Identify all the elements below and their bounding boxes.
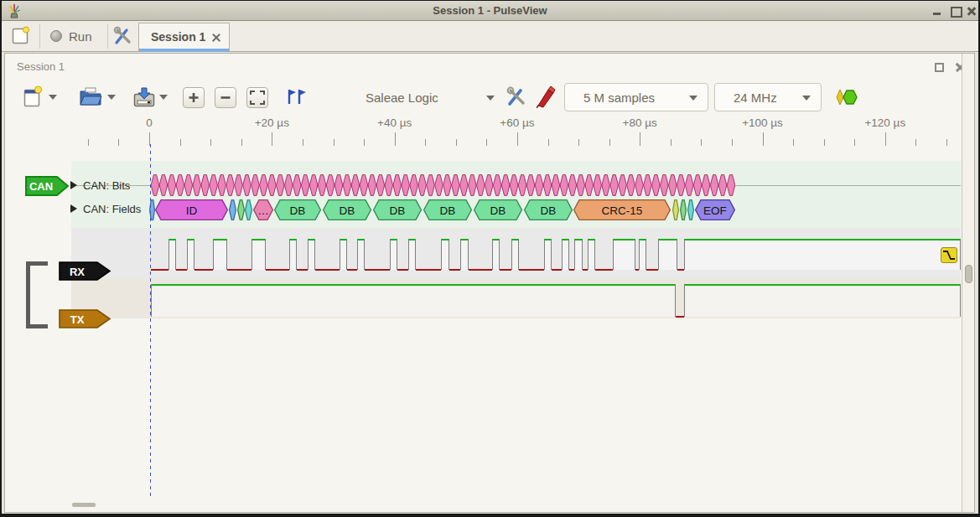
can-bit-annotation — [176, 175, 184, 196]
decoder-field-label: DB — [490, 204, 506, 217]
maximize-icon[interactable] — [950, 5, 962, 17]
open-dropdown-icon[interactable] — [107, 95, 116, 100]
window-title: Session 1 - PulseView — [2, 1, 978, 21]
time-cursor[interactable] — [150, 144, 151, 499]
channel-group-bracket[interactable] — [26, 261, 30, 328]
can-bit-annotation — [677, 175, 686, 196]
decoder-tab-label: CAN — [29, 180, 53, 193]
show-cursors-flags-icon[interactable] — [283, 87, 307, 107]
zoom-fit-button[interactable] — [246, 87, 268, 108]
wave-high-segment — [684, 284, 961, 317]
can-bit-annotation — [518, 175, 526, 196]
channels-probe-icon[interactable] — [537, 85, 557, 108]
decoder-tab-can[interactable]: CAN — [25, 176, 70, 196]
tab-label: Session 1 — [151, 30, 205, 44]
ruler-tick — [671, 139, 671, 146]
decoder-field-annotation: DB — [524, 199, 573, 220]
new-dropdown-icon[interactable] — [49, 95, 57, 100]
can-bit-annotation — [243, 175, 251, 196]
close-icon[interactable] — [966, 5, 977, 17]
ruler-label: +20 µs — [255, 116, 289, 129]
decoder-row-label-bits[interactable]: CAN: Bits — [83, 179, 130, 192]
wave-low-segment — [297, 269, 308, 271]
decoder-field-label: CRC-15 — [602, 204, 643, 217]
expand-arrow-icon[interactable] — [70, 181, 77, 189]
can-bit-annotation — [334, 175, 343, 196]
ruler-tick — [824, 139, 825, 146]
save-icon[interactable] — [132, 85, 156, 108]
run-button[interactable]: Run — [45, 23, 104, 49]
decoder-row-label-fields[interactable]: CAN: Fields — [83, 203, 141, 215]
ruler-tick — [364, 139, 365, 146]
ruler-tick — [548, 139, 549, 146]
decoder-field-annotation: DB — [423, 199, 473, 220]
add-decoder-icon[interactable] — [835, 89, 858, 106]
save-dropdown-icon[interactable] — [159, 95, 168, 100]
can-bit-annotation — [285, 175, 293, 196]
can-bit-annotation — [360, 175, 368, 196]
minimize-icon[interactable] — [931, 5, 943, 17]
wave-low-segment — [519, 269, 544, 271]
wave-high-segment — [684, 239, 961, 270]
settings-tools-icon[interactable] — [112, 26, 134, 46]
wave-low-segment — [595, 269, 613, 271]
configure-device-icon[interactable] — [505, 86, 528, 108]
subwindow-title: Session 1 — [17, 60, 65, 73]
wave-low-segment — [416, 269, 441, 271]
can-bit-annotation — [159, 175, 168, 196]
can-bit-annotation — [577, 175, 585, 196]
trigger-falling-edge-marker[interactable] — [941, 247, 957, 263]
channel-tab-tx[interactable]: TX — [59, 309, 111, 328]
decoder-field-label: DB — [440, 204, 456, 217]
new-file-icon[interactable] — [23, 85, 42, 108]
wave-high-segment — [357, 239, 365, 270]
tab-session-1[interactable]: Session 1 — [138, 23, 230, 52]
can-bit-annotation — [376, 175, 385, 196]
can-bit-annotation — [184, 175, 193, 196]
can-bit-annotation — [402, 175, 410, 196]
can-bit-annotation — [410, 175, 418, 196]
can-bit-annotation — [218, 175, 226, 196]
wave-high-segment — [574, 239, 583, 270]
can-bit-annotation — [460, 175, 469, 196]
ruler-tick — [732, 139, 733, 146]
toolbar-separator — [39, 24, 40, 49]
device-select[interactable]: Saleae Logic — [360, 84, 498, 111]
wave-high-segment — [308, 239, 315, 270]
ruler-tick — [885, 132, 886, 146]
can-bit-annotation — [727, 175, 735, 196]
decoder-field-label: ID — [186, 204, 198, 217]
wave-high-segment — [639, 239, 646, 270]
can-bit-annotation — [669, 175, 677, 196]
ruler-tick — [210, 139, 211, 146]
can-bit-annotation — [526, 175, 535, 196]
ruler-tick — [793, 139, 794, 146]
sample-rate-select[interactable]: 24 MHz — [714, 83, 822, 111]
wave-high-segment — [390, 239, 397, 270]
vertical-scrollbar-thumb[interactable] — [965, 265, 972, 283]
decoder-field-label: … — [257, 204, 269, 217]
wave-high-segment — [187, 239, 194, 270]
decoder-field-annotation: CRC-15 — [573, 199, 671, 220]
open-file-icon[interactable] — [79, 86, 102, 107]
zoom-in-button[interactable] — [183, 87, 205, 108]
horizontal-scrollbar-thumb[interactable] — [72, 503, 96, 507]
expand-arrow-icon[interactable] — [70, 204, 77, 213]
sample-rate-dropdown-icon — [802, 96, 811, 101]
decoder-field-annotation — [680, 199, 687, 220]
channel-tab-rx[interactable]: RX — [59, 261, 111, 281]
can-bit-annotation — [301, 175, 309, 196]
new-session-icon[interactable] — [12, 26, 30, 45]
ruler-tick — [578, 139, 579, 146]
can-bit-annotation — [652, 175, 661, 196]
decoder-field-annotation: EOF — [695, 199, 736, 220]
sample-count-select[interactable]: 5 M samples — [564, 83, 708, 111]
ruler-tick — [915, 139, 916, 146]
can-bit-annotation — [510, 175, 518, 196]
wave-low-segment — [151, 269, 169, 271]
subwindow-maximize-icon[interactable] — [935, 63, 944, 72]
can-bit-annotation — [718, 175, 727, 196]
zoom-out-button[interactable] — [215, 87, 236, 108]
tab-close-icon[interactable] — [211, 33, 221, 43]
wave-low-segment — [315, 269, 340, 271]
